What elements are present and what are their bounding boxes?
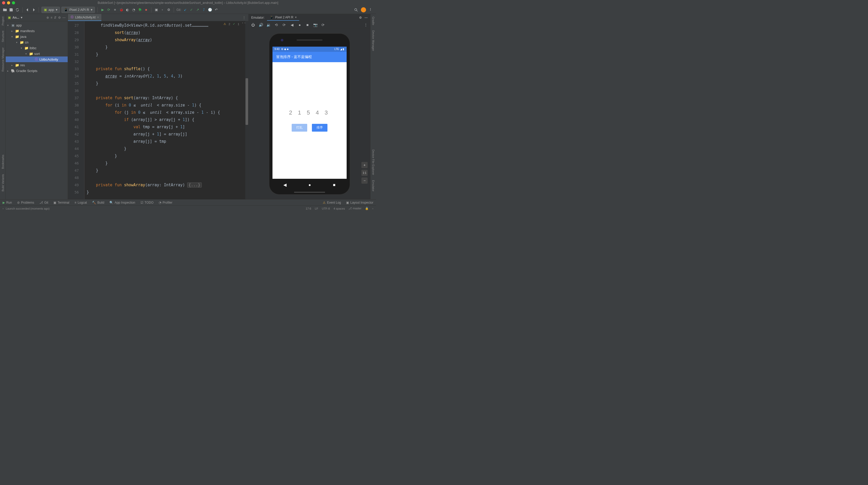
minimize-icon[interactable]: —: [365, 16, 368, 20]
todo-tool-button[interactable]: ☑TODO: [141, 201, 153, 204]
search-icon[interactable]: [353, 7, 358, 12]
project-view-selector[interactable]: An...: [12, 16, 19, 20]
run-configuration-selector[interactable]: ▣ app ▾: [41, 7, 60, 13]
inspection-badge[interactable]: ⚠2 ✓1 ˄ ˅: [223, 22, 246, 26]
sort-button[interactable]: 排序: [312, 124, 328, 132]
zoom-fit-button[interactable]: 1:1: [362, 170, 368, 176]
rotate-left-icon[interactable]: ⟲: [274, 23, 279, 27]
problems-tool-button[interactable]: ⊘Problems: [17, 201, 34, 204]
terminal-tool-button[interactable]: ▣Terminal: [53, 201, 69, 204]
screenshot-icon[interactable]: 📷: [313, 23, 318, 27]
gradle-tool-button[interactable]: Gradle: [372, 17, 375, 25]
avd-icon[interactable]: ▣: [154, 7, 159, 12]
device-manager-tool-button[interactable]: Device Manager: [372, 30, 375, 51]
settings-icon[interactable]: ⚙: [166, 7, 171, 12]
sync-icon[interactable]: [15, 7, 20, 12]
phone-screen[interactable]: 9:40 ⚙ ◆ ■ LTE ◢ ▮ 冒泡排序 - 蓝不蓝编程 2 1 5 4 …: [273, 46, 347, 179]
resource-manager-tool-button[interactable]: Resource Manager: [1, 47, 4, 72]
zoom-out-button[interactable]: −: [362, 177, 368, 184]
editor-tab-active[interactable]: Ⓚ LblbcActivity.kt ×: [68, 14, 101, 21]
volume-down-icon[interactable]: 🔉: [266, 23, 271, 27]
tree-item-cn[interactable]: ▾📁 cn: [6, 39, 68, 45]
git-push-icon[interactable]: ↗: [195, 7, 200, 12]
sdk-icon[interactable]: ▫: [160, 7, 165, 12]
nav-home-icon[interactable]: ●: [309, 183, 311, 187]
device-selector[interactable]: 📱 Pixel 2 API R ▾: [61, 7, 95, 13]
user-avatar[interactable]: [361, 7, 366, 12]
tree-item-manifests[interactable]: ▸📁 manifests: [6, 28, 68, 34]
record-icon[interactable]: ⟳: [321, 23, 326, 27]
tree-item-gradle[interactable]: ▸🐘 Gradle Scripts: [6, 68, 68, 73]
git-rollback-icon[interactable]: ↶: [214, 7, 219, 12]
debug-icon[interactable]: 🐞: [119, 7, 124, 12]
project-tool-button[interactable]: Project: [1, 17, 4, 25]
attach-debugger-icon[interactable]: 🪲: [138, 7, 142, 12]
line-separator-indicator[interactable]: LF: [315, 207, 318, 210]
git-pull-icon[interactable]: ↙: [183, 7, 187, 12]
notification-icon[interactable]: ▫: [372, 207, 373, 210]
open-icon[interactable]: [3, 7, 7, 12]
back-icon[interactable]: [25, 7, 30, 12]
forward-icon[interactable]: [31, 7, 36, 12]
run-tool-button[interactable]: ▶Run: [3, 201, 12, 204]
list-icon[interactable]: ≡: [113, 7, 118, 12]
git-history-icon[interactable]: 🕐: [208, 7, 212, 12]
rotate-right-icon[interactable]: ⟳: [282, 23, 286, 27]
maximize-window-button[interactable]: [12, 1, 15, 4]
gear-icon[interactable]: ⚙: [58, 16, 61, 20]
editor-scrollbar[interactable]: [245, 21, 248, 199]
logcat-tool-button[interactable]: ≡Logcat: [74, 201, 87, 204]
git-branch-indicator[interactable]: ⎇ master: [348, 207, 362, 210]
bookmarks-tool-button[interactable]: Bookmarks: [1, 155, 4, 169]
volume-up-icon[interactable]: 🔊: [258, 23, 263, 27]
stop-icon[interactable]: ■: [144, 7, 149, 12]
device-file-explorer-tool-button[interactable]: Device File Explorer: [372, 150, 375, 175]
close-tab-icon[interactable]: ×: [97, 15, 99, 19]
nav-overview-icon[interactable]: ■: [333, 183, 336, 187]
nav-back-icon[interactable]: ◀: [283, 183, 286, 187]
more-icon[interactable]: ⠇: [369, 7, 373, 12]
tree-item-sort[interactable]: ▾📁 sort: [6, 51, 68, 57]
line-col-indicator[interactable]: 17:6: [306, 207, 311, 210]
code-content[interactable]: findViewById<View>(R.id.sortButton).set……: [85, 21, 248, 199]
indent-indicator[interactable]: 4 spaces: [333, 207, 345, 210]
build-tool-button[interactable]: 🔨Build: [92, 201, 104, 204]
expand-icon[interactable]: ≡: [51, 16, 52, 20]
tree-item-activity[interactable]: Ⓚ LblbcActivity: [6, 57, 68, 62]
back-icon[interactable]: ◀: [289, 23, 294, 27]
close-window-button[interactable]: [2, 1, 5, 4]
coverage-icon[interactable]: ◐: [125, 7, 130, 12]
status-tool-icon[interactable]: ▫: [3, 207, 4, 210]
event-log-button[interactable]: ⚠Event Log: [323, 201, 341, 204]
encoding-indicator[interactable]: UTF-8: [322, 207, 330, 210]
power-icon[interactable]: ⏻: [251, 23, 255, 27]
collapse-icon[interactable]: ⇵: [54, 16, 57, 20]
home-icon[interactable]: ●: [298, 23, 302, 27]
save-icon[interactable]: [9, 7, 13, 12]
profiler-tool-button[interactable]: ◔Profiler: [159, 201, 173, 204]
tree-item-app[interactable]: ▾▣ app: [6, 22, 68, 28]
emulator-tool-button[interactable]: Emulator: [372, 180, 375, 191]
gear-icon[interactable]: ⚙: [359, 16, 362, 20]
more-icon[interactable]: ⋮: [364, 23, 368, 27]
project-tree[interactable]: ▾▣ app ▸📁 manifests ▾📁 java ▾📁 cn ▾📁 lbl…: [6, 21, 68, 75]
emulator-device-tab[interactable]: 📱 Pixel 2 API R ×: [267, 14, 299, 21]
profiler-icon[interactable]: ◔: [131, 7, 136, 12]
scroll-thumb[interactable]: [246, 78, 248, 125]
zoom-in-button[interactable]: +: [362, 162, 368, 168]
tree-item-java[interactable]: ▾📁 java: [6, 34, 68, 39]
close-icon[interactable]: ×: [295, 15, 297, 19]
tree-item-res[interactable]: ▸📁 res: [6, 62, 68, 68]
app-inspection-tool-button[interactable]: 🔍App Inspection: [110, 201, 135, 204]
fold-gutter[interactable]: [81, 21, 85, 199]
tree-item-lblbc[interactable]: ▾📁 lblbc: [6, 45, 68, 51]
lock-icon[interactable]: 🔒: [365, 207, 369, 210]
build-variants-tool-button[interactable]: Build Variants: [1, 174, 4, 191]
target-icon[interactable]: ⊕: [46, 16, 49, 20]
git-update-icon[interactable]: ⤴: [202, 7, 206, 12]
shuffle-button[interactable]: 打乱: [292, 124, 307, 132]
code-editor[interactable]: 27 28 29 30 31 32 33 34 35 36 37 38 39 4…: [68, 21, 248, 199]
git-commit-icon[interactable]: ✓: [189, 7, 194, 12]
tabs-more-icon[interactable]: ⋮: [240, 15, 248, 20]
run-icon[interactable]: ▶: [100, 7, 105, 12]
